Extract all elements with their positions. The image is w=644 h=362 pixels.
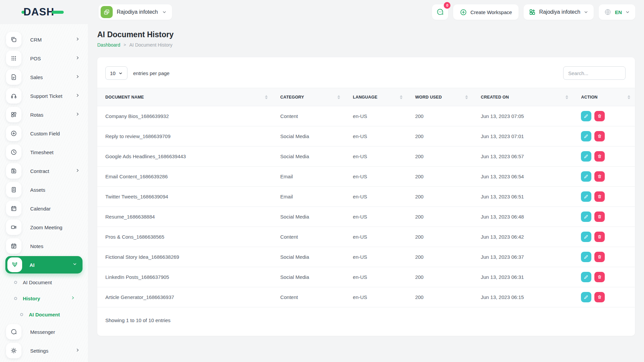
sort-icon (400, 95, 402, 99)
sort-icon (628, 95, 630, 99)
cell-actions (573, 126, 635, 146)
sidebar-item-messenger[interactable]: Messenger (0, 322, 88, 341)
cell-language: en-US (345, 167, 407, 187)
trash-icon (597, 295, 602, 300)
sidebar-item-support-ticket[interactable]: Support Ticket (0, 86, 88, 105)
sidebar-item-ai[interactable]: AI (5, 256, 83, 274)
pencil-icon (584, 154, 589, 159)
page-title: AI Document History (97, 30, 635, 39)
column-header-language[interactable]: LANGUAGE (345, 88, 407, 106)
chevron-right-icon (75, 55, 80, 61)
table-row: Resume_1686638884Social Mediaen-US200Jun… (97, 207, 635, 227)
cell-language: en-US (345, 267, 407, 287)
account-name: Rajodiya infotech (539, 9, 580, 15)
app-root: DASH Rajodiya infotech 0 Create Workspac… (0, 0, 644, 362)
cell-document-name: Fictional Story Idea_1686638269 (97, 247, 272, 267)
sidebar-item-timesheet[interactable]: Timesheet (0, 143, 88, 162)
edit-button[interactable] (581, 131, 591, 141)
sidebar-item-calendar[interactable]: Calendar (0, 199, 88, 218)
table-row: Google Ads Headlines_1686639443Social Me… (97, 146, 635, 167)
sidebar-item-contract[interactable]: Contract (0, 162, 88, 180)
breadcrumb-current: AI Document History (129, 42, 172, 48)
edit-button[interactable] (581, 292, 591, 302)
document-icon (6, 69, 21, 85)
edit-button[interactable] (581, 212, 591, 222)
edit-button[interactable] (581, 232, 591, 242)
delete-button[interactable] (594, 292, 605, 302)
cell-actions (573, 287, 635, 307)
delete-button[interactable] (594, 111, 605, 121)
cell-language: en-US (345, 126, 407, 146)
delete-button[interactable] (594, 212, 605, 222)
pencil-icon (584, 254, 589, 259)
cell-document-name: Twitter Tweets_1686639094 (97, 187, 272, 207)
edit-button[interactable] (581, 272, 591, 282)
sidebar-item-zoom-meeting[interactable]: Zoom Meeting (0, 218, 88, 237)
cell-actions (573, 167, 635, 187)
table-row: Twitter Tweets_1686639094Emailen-US200Ju… (97, 187, 635, 207)
page-size-select[interactable]: 10 (105, 66, 127, 80)
breadcrumb-dashboard-link[interactable]: Dashboard (97, 42, 120, 48)
pencil-icon (584, 295, 589, 300)
brand-logo[interactable]: DASH (21, 6, 64, 18)
edit-button[interactable] (581, 191, 591, 202)
sidebar-subitem-history[interactable]: History (0, 290, 88, 306)
pencil-icon (584, 234, 589, 239)
cell-actions (573, 207, 635, 227)
sidebar-item-custom-field[interactable]: Custom Field (0, 124, 88, 143)
edit-button[interactable] (581, 151, 591, 162)
account-menu[interactable]: Rajodiya infotech (524, 4, 594, 20)
sidebar-item-assets[interactable]: Assets (0, 180, 88, 199)
edit-button[interactable] (581, 171, 591, 182)
page-size-value: 10 (110, 70, 116, 76)
plus-circle-icon (6, 126, 21, 141)
cell-document-name: Resume_1686638884 (97, 207, 272, 227)
cell-document-name: Reply to review_1686639709 (97, 126, 272, 146)
sidebar-subitem-history-ai-document[interactable]: AI Document (0, 306, 88, 322)
pencil-icon (584, 214, 589, 219)
breadcrumb-separator-icon: > (124, 43, 126, 47)
language-code: EN (615, 9, 622, 15)
delete-button[interactable] (594, 151, 605, 162)
column-header-word-used[interactable]: WORD USED (407, 88, 473, 106)
edit-button[interactable] (581, 252, 591, 262)
column-header-document-name[interactable]: DOCUMENT NAME (97, 88, 272, 106)
notes-icon (6, 238, 21, 254)
delete-button[interactable] (594, 272, 605, 282)
sidebar-item-crm[interactable]: CRM (0, 30, 88, 49)
delete-button[interactable] (594, 232, 605, 242)
sidebar-subitem-ai-document[interactable]: AI Document (0, 274, 88, 290)
cell-created-on: Jun 13, 2023 06:37 (473, 247, 573, 267)
sidebar-item-settings[interactable]: Settings (0, 341, 88, 360)
edit-button[interactable] (581, 111, 591, 121)
sidebar-item-pos[interactable]: POS (0, 49, 88, 68)
logo-dash-icon (52, 11, 64, 14)
chevron-right-icon (75, 37, 80, 43)
sidebar-item-rotas[interactable]: Rotas (0, 105, 88, 124)
delete-button[interactable] (594, 131, 605, 141)
pencil-icon (584, 114, 589, 119)
column-header-created-on[interactable]: CREATED ON (473, 88, 573, 106)
workspace-switcher[interactable]: Rajodiya infotech (99, 4, 172, 20)
create-workspace-button[interactable]: Create Workspace (453, 4, 519, 20)
column-header-category[interactable]: CATEGORY (272, 88, 345, 106)
column-header-action[interactable]: ACTION (573, 88, 635, 106)
cell-document-name: Company Bios_1686639932 (97, 106, 272, 126)
video-camera-icon (6, 220, 21, 235)
sort-icon (465, 95, 468, 99)
delete-button[interactable] (594, 171, 605, 182)
messages-button[interactable]: 0 (432, 4, 448, 20)
sidebar-item-notes[interactable]: Notes (0, 237, 88, 255)
language-selector[interactable]: EN (599, 4, 635, 20)
search-input[interactable] (563, 66, 626, 80)
chevron-down-icon (118, 71, 123, 75)
chevron-right-icon (75, 112, 80, 118)
delete-button[interactable] (594, 191, 605, 202)
history-card: 10 entries per page DOCUMENT NAME CATEGO… (97, 57, 635, 336)
cell-created-on: Jun 13, 2023 06:31 (473, 267, 573, 287)
sidebar-item-sales[interactable]: Sales (0, 68, 88, 86)
cell-language: en-US (345, 247, 407, 267)
trash-icon (597, 154, 602, 159)
pencil-icon (584, 174, 589, 179)
delete-button[interactable] (594, 252, 605, 262)
